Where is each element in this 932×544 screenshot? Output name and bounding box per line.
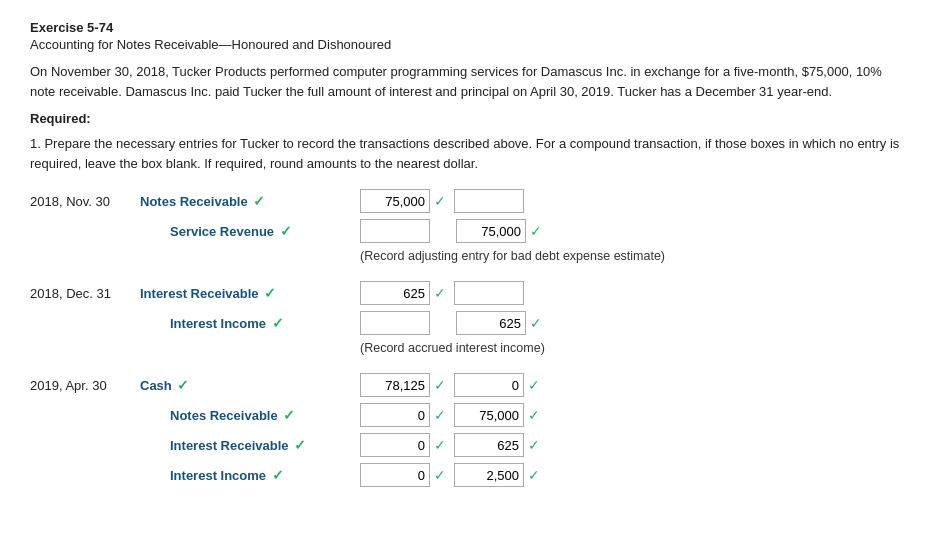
entry-note-2: (Record accrued interest income) [30,341,902,355]
account-interest-income-3: Interest Income ✓ [140,467,360,483]
entries-container: 2018, Nov. 30 Notes Receivable ✓ ✓ Servi… [30,189,902,487]
debit-area-1-2 [360,219,456,243]
debit-input-3-1[interactable] [360,373,430,397]
debit-check-3-4: ✓ [434,467,446,483]
debit-input-3-3[interactable] [360,433,430,457]
debit-area-2-1: ✓ [360,281,454,305]
account-notes-receivable-3: Notes Receivable ✓ [140,407,360,423]
check-notes-receivable-3: ✓ [283,407,295,423]
check-service-revenue: ✓ [280,223,292,239]
debit-input-1-2[interactable] [360,219,430,243]
debit-check-1-1: ✓ [434,193,446,209]
check-interest-income-2: ✓ [272,315,284,331]
credit-check-3-2: ✓ [528,407,540,423]
entry-row-3-4: Interest Income ✓ ✓ ✓ [30,463,902,487]
credit-input-3-1[interactable] [454,373,524,397]
entry-row-1-2: Service Revenue ✓ ✓ [30,219,902,243]
credit-input-1-1[interactable] [454,189,524,213]
credit-check-3-4: ✓ [528,467,540,483]
debit-check-3-1: ✓ [434,377,446,393]
credit-input-1-2[interactable] [456,219,526,243]
check-interest-receivable-3: ✓ [294,437,306,453]
date-label-3: 2019, Apr. 30 [30,378,140,393]
debit-area-3-3: ✓ [360,433,454,457]
account-interest-receivable-2: Interest Receivable ✓ [140,285,360,301]
debit-area-3-4: ✓ [360,463,454,487]
credit-check-3-1: ✓ [528,377,540,393]
entry-block-2: 2018, Dec. 31 Interest Receivable ✓ ✓ In… [30,281,902,355]
debit-area-3-2: ✓ [360,403,454,427]
debit-check-3-3: ✓ [434,437,446,453]
instruction-text: 1. Prepare the necessary entries for Tuc… [30,134,902,173]
credit-area-3-1: ✓ [454,373,548,397]
entry-block-3: 2019, Apr. 30 Cash ✓ ✓ ✓ Notes Receivabl… [30,373,902,487]
entry-row-3-3: Interest Receivable ✓ ✓ ✓ [30,433,902,457]
check-cash-3: ✓ [177,377,189,393]
credit-area-3-3: ✓ [454,433,548,457]
exercise-description: On November 30, 2018, Tucker Products pe… [30,62,902,101]
entry-row-1-1: 2018, Nov. 30 Notes Receivable ✓ ✓ [30,189,902,213]
account-notes-receivable-1: Notes Receivable ✓ [140,193,360,209]
check-interest-income-3: ✓ [272,467,284,483]
credit-input-3-3[interactable] [454,433,524,457]
account-interest-receivable-3: Interest Receivable ✓ [140,437,360,453]
account-interest-income-2: Interest Income ✓ [140,315,360,331]
credit-area-2-1 [454,281,550,305]
debit-area-1-1: ✓ [360,189,454,213]
exercise-title: Exercise 5-74 [30,20,902,35]
entry-row-2-2: Interest Income ✓ ✓ [30,311,902,335]
entry-row-3-2: Notes Receivable ✓ ✓ ✓ [30,403,902,427]
check-notes-receivable-1: ✓ [253,193,265,209]
credit-input-3-4[interactable] [454,463,524,487]
debit-input-1-1[interactable] [360,189,430,213]
required-label: Required: [30,111,902,126]
credit-input-3-2[interactable] [454,403,524,427]
credit-check-1-2: ✓ [530,223,542,239]
account-service-revenue: Service Revenue ✓ [140,223,360,239]
date-label-1: 2018, Nov. 30 [30,194,140,209]
credit-check-3-3: ✓ [528,437,540,453]
credit-area-1-1 [454,189,550,213]
debit-input-2-2[interactable] [360,311,430,335]
credit-area-3-4: ✓ [454,463,548,487]
debit-input-3-2[interactable] [360,403,430,427]
debit-input-2-1[interactable] [360,281,430,305]
credit-area-3-2: ✓ [454,403,548,427]
entry-row-2-1: 2018, Dec. 31 Interest Receivable ✓ ✓ [30,281,902,305]
exercise-subtitle: Accounting for Notes Receivable—Honoured… [30,37,902,52]
credit-check-2-2: ✓ [530,315,542,331]
entry-row-3-1: 2019, Apr. 30 Cash ✓ ✓ ✓ [30,373,902,397]
credit-input-2-1[interactable] [454,281,524,305]
debit-area-3-1: ✓ [360,373,454,397]
date-label-2: 2018, Dec. 31 [30,286,140,301]
credit-input-2-2[interactable] [456,311,526,335]
credit-area-1-2: ✓ [456,219,550,243]
debit-check-3-2: ✓ [434,407,446,423]
check-interest-receivable-2: ✓ [264,285,276,301]
entry-note-1: (Record adjusting entry for bad debt exp… [30,249,902,263]
debit-input-3-4[interactable] [360,463,430,487]
debit-area-2-2 [360,311,456,335]
account-cash-3: Cash ✓ [140,377,360,393]
entry-block-1: 2018, Nov. 30 Notes Receivable ✓ ✓ Servi… [30,189,902,263]
debit-check-2-1: ✓ [434,285,446,301]
credit-area-2-2: ✓ [456,311,550,335]
